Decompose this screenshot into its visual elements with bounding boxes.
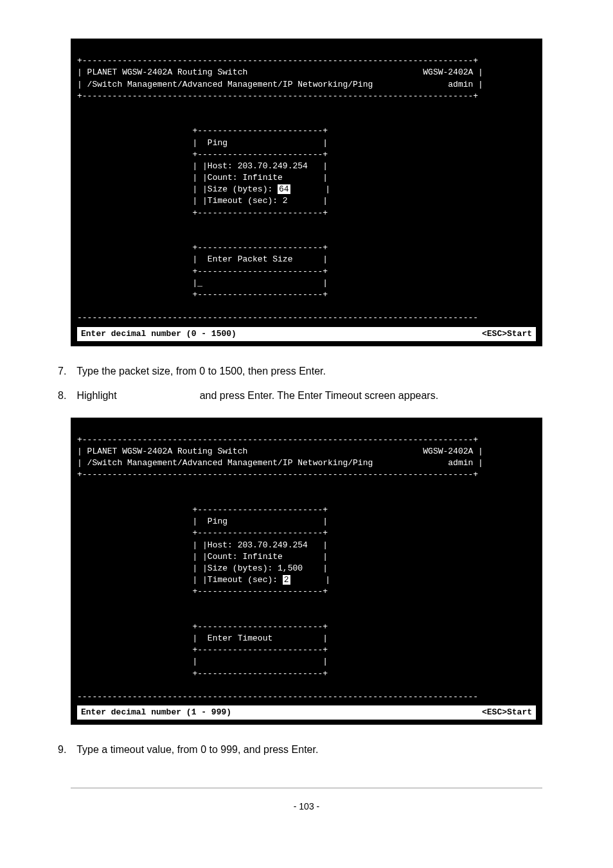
instruction-list: 9. Type a timeout value, from 0 to 999, … xyxy=(58,744,574,756)
instruction-7: 7. Type the packet size, from 0 to 1500,… xyxy=(58,366,574,377)
instruction-number: 7. xyxy=(58,366,74,377)
terminal-header: | PLANET WGSW-2402A Routing Switch WGSW-… xyxy=(77,67,483,77)
box-border: +-------------------------+ xyxy=(77,208,328,218)
box-title: | Ping | xyxy=(77,138,328,148)
instruction-prefix: Highlight xyxy=(76,390,116,401)
terminal-screenshot-2: +---------------------------------------… xyxy=(71,418,542,725)
box-border: +-------------------------+ xyxy=(77,587,328,596)
ping-host: | |Host: 203.70.249.254 | xyxy=(77,540,328,550)
ping-count: | |Count: Infinite | xyxy=(77,173,328,182)
ping-timeout: | |Timeout (sec): 2 | xyxy=(77,196,328,206)
status-left: Enter decimal number (0 - 1500) xyxy=(81,328,236,340)
box-border: +-------------------------+ xyxy=(77,622,328,632)
terminal-border: +---------------------------------------… xyxy=(77,91,478,101)
instruction-number: 9. xyxy=(58,744,74,756)
timeout-value-highlighted: 2 xyxy=(283,575,290,585)
terminal-breadcrumb: | /Switch Management/Advanced Management… xyxy=(77,458,483,468)
box-border: +-------------------------+ xyxy=(77,669,328,678)
status-right: <ESC>Start xyxy=(482,328,532,340)
dash-line: ----------------------------------------… xyxy=(77,313,478,323)
box-border: +-------------------------+ xyxy=(77,267,328,276)
terminal-border: +---------------------------------------… xyxy=(77,56,478,66)
box-border: +-------------------------+ xyxy=(77,126,328,136)
box-border: +-------------------------+ xyxy=(77,243,328,252)
terminal-header: | PLANET WGSW-2402A Routing Switch WGSW-… xyxy=(77,447,483,456)
ping-timeout-row: | |Timeout (sec): 2 | xyxy=(77,575,330,585)
instruction-9: 9. Type a timeout value, from 0 to 999, … xyxy=(58,744,574,756)
box-border: +-------------------------+ xyxy=(77,150,328,159)
instruction-number: 8. xyxy=(58,390,74,402)
ping-host: | |Host: 203.70.249.254 | xyxy=(77,161,328,171)
instruction-8: 8. Highlight and press Enter. The Enter … xyxy=(58,390,574,402)
ping-count: | |Count: Infinite | xyxy=(77,552,328,562)
box-border: +-------------------------+ xyxy=(77,505,328,515)
ping-size-row: | |Size (bytes): 64 | xyxy=(77,184,330,194)
box-border: +-------------------------+ xyxy=(77,290,328,299)
box-border: +-------------------------+ xyxy=(77,528,328,538)
instruction-text: Type a timeout value, from 0 to 999, and… xyxy=(76,744,318,755)
page-number: - 103 - xyxy=(39,801,574,811)
instruction-text: Type the packet size, from 0 to 1500, th… xyxy=(76,366,326,376)
prompt-title: | Enter Timeout | xyxy=(77,633,328,643)
terminal-border: +---------------------------------------… xyxy=(77,470,478,479)
ping-size: | |Size (bytes): 1,500 | xyxy=(77,563,328,573)
box-border: +-------------------------+ xyxy=(77,645,328,655)
footer-divider xyxy=(71,788,542,788)
input-line: |_ | xyxy=(77,278,328,288)
status-bar: Enter decimal number (0 - 1500)<ESC>Star… xyxy=(77,327,536,341)
prompt-title: | Enter Packet Size | xyxy=(77,254,328,264)
status-right: <ESC>Start xyxy=(482,707,532,718)
terminal-border: +---------------------------------------… xyxy=(77,435,478,445)
input-line: | | xyxy=(77,657,328,666)
dash-line: ----------------------------------------… xyxy=(77,692,478,702)
status-left: Enter decimal number (1 - 999) xyxy=(81,707,231,718)
instruction-suffix: and press Enter. The Enter Timeout scree… xyxy=(200,390,438,401)
terminal-screenshot-1: +---------------------------------------… xyxy=(71,39,542,346)
box-title: | Ping | xyxy=(77,517,328,526)
status-bar: Enter decimal number (1 - 999)<ESC>Start xyxy=(77,705,536,720)
size-value-highlighted: 64 xyxy=(278,184,290,194)
terminal-breadcrumb: | /Switch Management/Advanced Management… xyxy=(77,80,483,89)
instruction-list: 7. Type the packet size, from 0 to 1500,… xyxy=(58,366,574,402)
